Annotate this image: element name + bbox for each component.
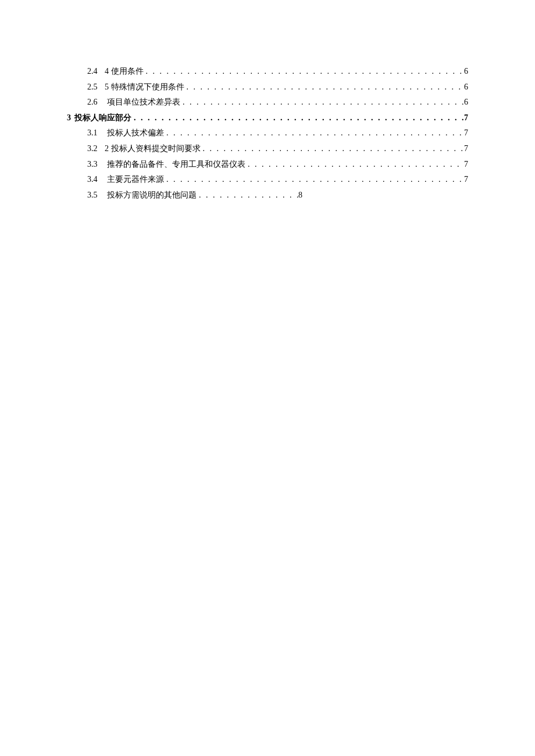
toc-leader-dots bbox=[164, 126, 464, 141]
toc-entry: 2.55 特殊情况下使用条件6 bbox=[67, 80, 468, 95]
toc-number: 2.6 bbox=[87, 95, 104, 110]
toc-number: 3.4 bbox=[87, 172, 104, 188]
toc-title: 主要元器件来源 bbox=[104, 172, 164, 188]
toc-page-number: 7 bbox=[464, 157, 468, 173]
toc-page-number: 6 bbox=[464, 80, 468, 95]
toc-leader-dots bbox=[131, 110, 464, 126]
toc-leader-dots bbox=[180, 95, 464, 110]
toc-page-number: 7 bbox=[464, 172, 468, 188]
toc-leader-dots bbox=[197, 188, 298, 203]
toc-leader-dots bbox=[144, 64, 465, 80]
toc-entry: 3.22 投标人资料提交时间要求7 bbox=[67, 141, 468, 157]
toc-title: 2 投标人资料提交时间要求 bbox=[104, 141, 201, 157]
toc-page-number: 7 bbox=[464, 126, 468, 141]
toc-number: 3.3 bbox=[87, 157, 104, 173]
toc-number: 3.1 bbox=[87, 126, 104, 141]
toc-page-number: 6 bbox=[464, 95, 468, 110]
toc-number: 2.5 bbox=[87, 80, 104, 95]
toc-number: 3 bbox=[67, 110, 71, 126]
toc-entry: 3.1投标人技术偏差7 bbox=[67, 126, 468, 141]
toc-title: 投标方需说明的其他问题 bbox=[104, 188, 197, 203]
toc-number: 3.5 bbox=[87, 188, 104, 203]
toc-entry: 3投标人响应部分7 bbox=[67, 110, 468, 126]
toc-entry: 2.44 使用条件6 bbox=[67, 64, 468, 80]
toc-title: 项目单位技术差异表 bbox=[104, 95, 180, 110]
toc-entry: 3.4主要元器件来源7 bbox=[67, 172, 468, 188]
toc-page-number: 8 bbox=[298, 188, 302, 203]
toc-leader-dots bbox=[164, 172, 464, 188]
toc-title: 投标人技术偏差 bbox=[104, 126, 164, 141]
toc-title: 5 特殊情况下使用条件 bbox=[104, 80, 184, 95]
toc-entry: 3.5投标方需说明的其他问题8 bbox=[67, 188, 302, 203]
toc-number: 3.2 bbox=[87, 141, 104, 157]
toc-page-number: 7 bbox=[464, 141, 468, 157]
toc-entry: 3.3推荐的备品备件、专用工具和仪器仪表7 bbox=[67, 157, 468, 173]
toc-title: 4 使用条件 bbox=[104, 64, 144, 80]
toc-number: 2.4 bbox=[87, 64, 104, 80]
toc-container: 2.44 使用条件62.55 特殊情况下使用条件62.6项目单位技术差异表63投… bbox=[67, 64, 468, 203]
toc-leader-dots bbox=[201, 141, 465, 157]
toc-page-number: 6 bbox=[464, 64, 468, 80]
toc-entry: 2.6项目单位技术差异表6 bbox=[67, 95, 468, 110]
toc-page-number: 7 bbox=[464, 110, 468, 126]
toc-title: 推荐的备品备件、专用工具和仪器仪表 bbox=[104, 157, 245, 173]
toc-leader-dots bbox=[184, 80, 465, 95]
toc-title: 投标人响应部分 bbox=[71, 110, 131, 126]
toc-leader-dots bbox=[245, 157, 464, 173]
